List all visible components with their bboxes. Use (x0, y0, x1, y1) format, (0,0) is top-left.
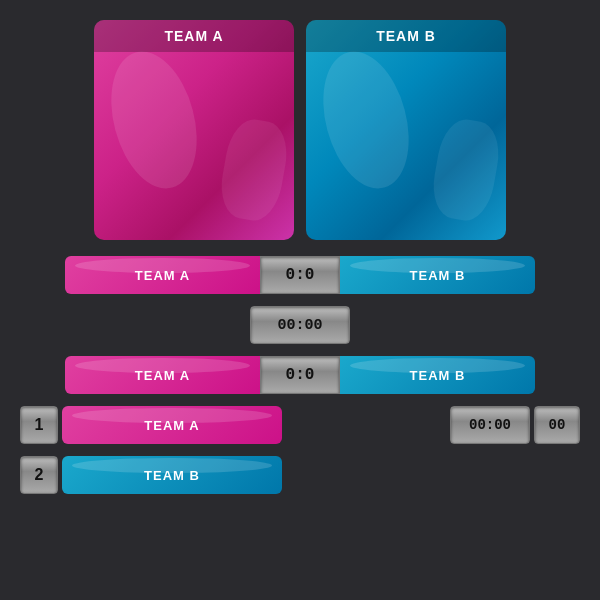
timer-display-2: 00:00 (450, 406, 530, 444)
score-row-1: TEAM A 0:0 TEAM B (20, 256, 580, 294)
numbered-row-1: 1 TEAM A 00:00 00 (20, 406, 580, 444)
score-display-2: 0:0 (260, 356, 340, 394)
team-a-bar-1: TEAM A (65, 256, 260, 294)
number-2-box: 2 (20, 456, 58, 494)
top-cards-section: TEAM A TEAM B (20, 20, 580, 240)
number-1-box: 1 (20, 406, 58, 444)
team-b-bar-3: TEAM B (62, 456, 282, 494)
team-a-bar-3: TEAM A (62, 406, 282, 444)
timer-display-extra: 00 (534, 406, 580, 444)
timer-group-right: 00:00 00 (450, 406, 580, 444)
timer-row-1: 00:00 (20, 306, 580, 344)
team-a-card-label: TEAM A (94, 20, 294, 52)
score-display-1: 0:0 (260, 256, 340, 294)
team-b-bar-1: TEAM B (340, 256, 535, 294)
team-b-card-label: TEAM B (306, 20, 506, 52)
team-b-card: TEAM B (306, 20, 506, 240)
score-row-2: TEAM A 0:0 TEAM B (20, 356, 580, 394)
team-a-card: TEAM A (94, 20, 294, 240)
timer-display-1: 00:00 (250, 306, 350, 344)
team-a-bar-2: TEAM A (65, 356, 260, 394)
numbered-row-2: 2 TEAM B (20, 456, 580, 494)
team-b-bar-2: TEAM B (340, 356, 535, 394)
